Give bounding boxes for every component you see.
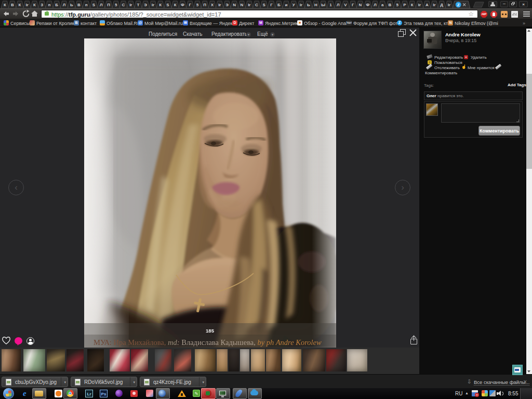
svg-text:С: С [122, 3, 125, 7]
svg-text:Ф: Ф [366, 3, 369, 7]
svg-text:1: 1 [329, 3, 332, 7]
svg-text:Ir: Ir [433, 3, 435, 7]
svg-text:S: S [263, 3, 266, 7]
svg-text:Ir: Ir [448, 3, 450, 7]
svg-text:N: N [359, 3, 362, 7]
svg-text:и: и [285, 3, 288, 7]
svg-text:Ir: Ir [26, 3, 29, 7]
svg-text:Ir: Ir [218, 3, 221, 7]
svg-text:Н: Н [314, 3, 317, 7]
svg-text:п: п [48, 3, 51, 7]
svg-text:Т: Т [137, 3, 140, 7]
svg-text:Б: Б [55, 3, 58, 7]
svg-text:Ь: Ь [307, 3, 310, 7]
svg-text:Z: Z [457, 3, 460, 7]
svg-text:П: П [107, 3, 110, 7]
svg-text:К: К [159, 3, 162, 7]
svg-text:V: V [344, 3, 347, 7]
svg-text:N: N [241, 3, 244, 7]
svg-text:В: В [11, 3, 14, 7]
svg-text:МУА: Ира Михайлова, md: Владис: МУА: Ира Михайлова, md: Владислава Кадыш… [94, 338, 322, 347]
svg-text:N: N [233, 3, 236, 7]
svg-text:З: З [41, 3, 43, 7]
svg-text:5: 5 [115, 3, 117, 7]
svg-text:Д: Д [440, 3, 443, 7]
svg-text:Г: Г [352, 3, 354, 7]
svg-text:Ы: Ы [321, 3, 325, 7]
svg-text:С: С [255, 3, 258, 7]
svg-text:5: 5 [196, 3, 199, 7]
svg-text:Э: Э [144, 3, 147, 7]
svg-text:Р: Р [403, 3, 406, 7]
svg-text:Э: Э [225, 3, 229, 7]
svg-text:Л: Л [374, 3, 377, 7]
svg-text:185: 185 [206, 328, 215, 334]
svg-text:Л: Л [63, 3, 66, 7]
svg-text:Ir: Ir [152, 3, 154, 7]
svg-text:Ф: Ф [181, 3, 184, 7]
svg-text:Ir: Ir [300, 3, 302, 7]
svg-text:S: S [166, 3, 169, 7]
svg-text:Ir: Ir [418, 3, 421, 7]
svg-text:А: А [425, 3, 429, 7]
svg-text:Л: Л [337, 3, 340, 7]
svg-text:В: В [77, 3, 81, 7]
svg-text:П: П [203, 3, 206, 7]
svg-text:S: S [92, 3, 96, 7]
svg-text:Г: Г [189, 3, 192, 7]
svg-text:К: К [19, 3, 21, 7]
svg-text:а: а [381, 3, 384, 7]
svg-text:Б: Б [277, 3, 281, 7]
svg-text:В: В [389, 3, 392, 7]
svg-text:К: К [411, 3, 414, 7]
svg-text:5: 5 [396, 3, 399, 7]
svg-text:К: К [174, 3, 177, 7]
svg-text:Ir: Ir [129, 3, 132, 7]
svg-text:п: п [85, 3, 88, 7]
svg-text:Х: Х [211, 3, 214, 7]
svg-text:К: К [4, 3, 6, 7]
svg-text:Ir: Ir [248, 3, 250, 7]
svg-text:Ь: Ь [70, 3, 73, 7]
svg-text:К: К [33, 3, 36, 7]
svg-text:Л: Л [100, 3, 103, 7]
svg-text:Г: Г [270, 3, 273, 7]
